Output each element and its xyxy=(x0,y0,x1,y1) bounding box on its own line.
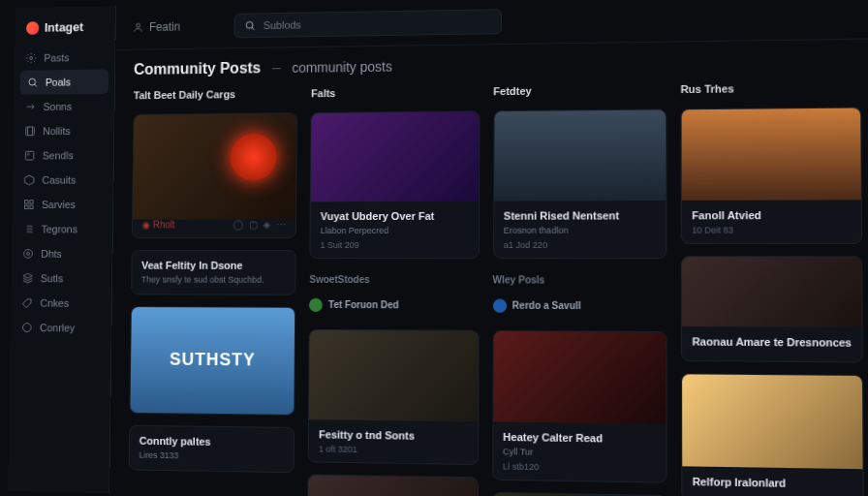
svg-rect-8 xyxy=(30,205,33,208)
sidebar-item-label: Sendls xyxy=(43,149,74,161)
sidebar-item-label: Tegrons xyxy=(42,224,78,235)
post-card[interactable]: Conntly paltesLires 3133 xyxy=(129,425,295,473)
post-thumbnail xyxy=(311,111,479,202)
badge-icon xyxy=(492,299,506,313)
film-icon xyxy=(24,126,35,138)
topbar-feature-link[interactable]: Featin xyxy=(133,20,180,34)
post-thumbnail xyxy=(494,109,666,201)
brand-logo[interactable]: Intaget xyxy=(16,14,115,46)
post-thumbnail xyxy=(682,258,862,328)
post-subtitle: Lires 3133 xyxy=(140,450,285,464)
post-card[interactable]: Raonau Amare te Dresnonces xyxy=(681,256,863,362)
sidebar-item-pasts[interactable]: Pasts xyxy=(15,45,114,71)
column-header: Talt Beet Daily Cargs xyxy=(134,88,298,102)
section-label: Wley Posls xyxy=(493,274,667,286)
sidebar-item-nollits[interactable]: Nollits xyxy=(14,118,114,143)
image-icon xyxy=(24,150,35,162)
sidebar-item-cnkes[interactable]: Cnkes xyxy=(11,291,111,316)
action-icon[interactable]: ◯ xyxy=(233,219,244,230)
list-icon xyxy=(23,224,35,235)
sidebar-item-sutls[interactable]: Sutls xyxy=(11,266,111,292)
post-meta: 1 oft 3201 xyxy=(319,445,468,456)
svg-rect-2 xyxy=(26,127,35,136)
sidebar-item-tegrons[interactable]: Tegrons xyxy=(12,217,112,242)
sidebar-item-casuits[interactable]: Casuits xyxy=(13,168,113,193)
post-card[interactable]: ◉ Rholt◯▢◈⋯ xyxy=(132,112,297,238)
key-icon xyxy=(25,101,36,112)
post-card[interactable]: Fesitty o tnd Sonts1 oft 3201 xyxy=(308,329,479,466)
post-card[interactable]: Relforp Iralonlard xyxy=(681,373,864,496)
post-meta: Ll stb120 xyxy=(503,461,656,474)
topbar-feature-label: Featin xyxy=(149,20,180,34)
post-title: Relforp Iralonlard xyxy=(693,474,852,491)
post-card[interactable]: Heatey Calter ReadCyll TurLl stb120 xyxy=(492,330,667,483)
sidebar-item-label: Casuits xyxy=(42,174,76,186)
sidebar-item-label: Conrley xyxy=(40,322,75,333)
action-icon[interactable]: ⋯ xyxy=(277,219,287,230)
svg-point-9 xyxy=(24,249,33,258)
post-title: Heatey Calter Read xyxy=(503,430,656,447)
post-title: Fanoll Atvied xyxy=(692,208,851,223)
tag-icon xyxy=(21,297,33,309)
svg-point-11 xyxy=(22,324,31,332)
search-box[interactable] xyxy=(234,9,503,38)
sidebar-item-label: Sutls xyxy=(41,272,63,284)
post-thumbnail xyxy=(682,374,863,469)
sidebar-item-label: Sonns xyxy=(44,101,73,112)
sidebar-item-label: Dhts xyxy=(41,248,62,260)
sidebar-item-label: Cnkes xyxy=(40,297,69,309)
svg-point-10 xyxy=(27,252,30,255)
post-thumbnail: SUTHSTY xyxy=(131,307,295,415)
post-card[interactable]: Stenni Rised NentsentErosnon thadlona1 J… xyxy=(493,108,667,259)
post-card[interactable]: Turley Favke N xyxy=(307,475,479,496)
post-subtitle: Cyll Tur xyxy=(503,447,656,460)
brand-mark-icon xyxy=(26,21,39,35)
search-input[interactable] xyxy=(264,16,491,31)
post-card[interactable]: Vuyat Ubdery Over FatLlabon Perpecred1 S… xyxy=(310,110,480,259)
post-thumbnail xyxy=(309,330,478,421)
action-icon[interactable]: ◈ xyxy=(264,219,271,230)
post-subtitle: They snsfy te sud obst Squchbd. xyxy=(141,275,286,287)
chevron-right-icon: – xyxy=(272,59,281,77)
sidebar-item-conrley[interactable]: Conrley xyxy=(11,315,111,340)
post-card[interactable]: SUTHSTY xyxy=(130,306,296,416)
post-card[interactable]: Fanoll Atvied10 Deit 83 xyxy=(680,107,862,244)
post-subtitle: Llabon Perpecred xyxy=(321,226,469,237)
sidebar-item-sarvies[interactable]: Sarvies xyxy=(13,192,113,217)
post-card[interactable]: Camlluntes xyxy=(491,492,666,496)
post-meta: a1 Jod 220 xyxy=(504,240,656,250)
column-header: Falts xyxy=(311,85,480,99)
svg-rect-5 xyxy=(25,201,28,203)
post-meta: 10 Deit 83 xyxy=(692,226,851,235)
breadcrumb-main[interactable]: Community Posts xyxy=(134,60,261,78)
post-card[interactable]: Veat Feltity In DsoneThey snsfy te sud o… xyxy=(131,250,296,295)
badge-text: Tet Foruon Ded xyxy=(328,299,399,310)
post-meta: 1 Suit 209 xyxy=(321,240,469,250)
sidebar-item-label: Poals xyxy=(46,77,71,88)
feed-column: FaltsVuyat Ubdery Over FatLlabon Perpecr… xyxy=(306,85,480,496)
post-title: Stenni Rised Nentsent xyxy=(504,208,656,223)
sidebar-item-sonns[interactable]: Sonns xyxy=(14,94,114,119)
sidebar-item-poals[interactable]: Poals xyxy=(19,69,108,94)
badge-row: Tet Foruon Ded xyxy=(309,298,479,313)
post-subtitle: Erosnon thadlon xyxy=(504,226,656,237)
badge-icon xyxy=(309,298,323,312)
post-title: Fesitty o tnd Sonts xyxy=(319,427,468,444)
content-scroll[interactable]: Talt Beet Daily Cargs◉ Rholt◯▢◈⋯Veat Fel… xyxy=(109,81,868,496)
breadcrumb-sub: community posts xyxy=(292,59,392,76)
foot-label: ◉ Rholt xyxy=(142,219,175,230)
circle-icon xyxy=(21,322,33,333)
disc-icon xyxy=(22,248,34,260)
sidebar-item-sendls[interactable]: Sendls xyxy=(13,142,113,168)
grid-icon xyxy=(23,199,35,210)
sidebar: Intaget PastsPoalsSonnsNollitsSendlsCasu… xyxy=(8,6,116,493)
post-thumbnail xyxy=(682,108,861,201)
sidebar-item-dhts[interactable]: Dhts xyxy=(12,241,112,266)
main-area: Featin Community Posts – community posts… xyxy=(109,0,868,496)
gear-icon xyxy=(25,52,36,64)
action-icon[interactable]: ▢ xyxy=(249,219,258,230)
post-title: Conntly paltes xyxy=(140,434,285,450)
badge-row: Rerdo a Savull xyxy=(492,299,666,314)
column-header: Fetdtey xyxy=(493,83,666,97)
svg-rect-7 xyxy=(25,205,28,208)
